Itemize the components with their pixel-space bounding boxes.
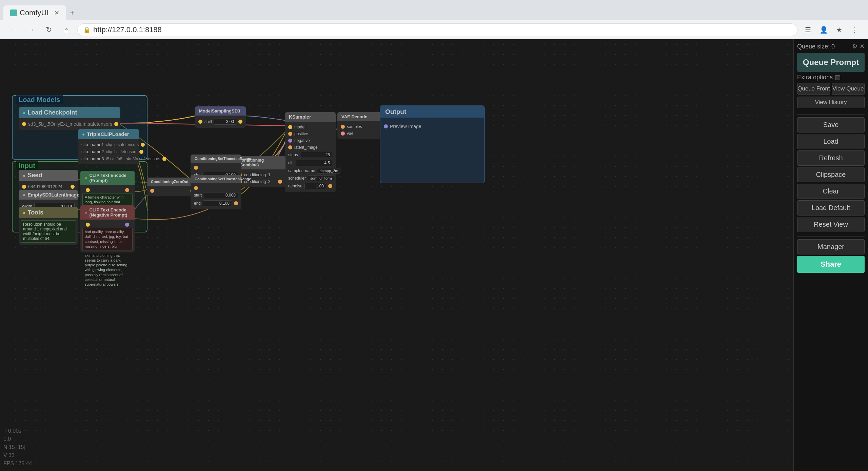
checkpoint-row: sd3_5b_t5OnlyExt_medium.safetensors	[19, 120, 120, 128]
cfg-value: 4.5	[296, 160, 332, 166]
refresh-button[interactable]: ↻	[42, 23, 56, 37]
save-button[interactable]: Save	[797, 117, 865, 132]
tab-close-button[interactable]: ✕	[54, 9, 59, 17]
seed-value-row: 64491082312924	[19, 183, 78, 190]
input-title: Input	[16, 161, 38, 170]
shift-row: shift 3.00	[195, 118, 246, 126]
cond-timestep2-title: ConditioningSetTimestepRange	[195, 177, 251, 181]
settings-icon[interactable]: ⚙	[852, 43, 857, 50]
clip-negative-node[interactable]: ● CLIP Text Encode (Negative Prompt) bad…	[80, 205, 135, 252]
ts2-start-value: 0.000	[204, 192, 238, 198]
stat-t: T 0.00s	[3, 427, 32, 435]
negative-clip-in	[86, 223, 90, 227]
lock-icon: 🔒	[83, 26, 91, 34]
sampler-name-label: sampler_name	[288, 168, 315, 173]
clear-button[interactable]: Clear	[797, 184, 865, 199]
manager-button[interactable]: Manager	[797, 239, 865, 254]
load-checkpoint-title: Load Checkpoint	[27, 109, 77, 116]
queue-front-button[interactable]: Queue Front	[797, 83, 830, 95]
ksampler-title: KSampler	[289, 114, 311, 120]
load-models-title: Load Models	[16, 95, 63, 104]
scheduler-value: sgm_uniform	[308, 176, 334, 181]
extra-options-checkbox[interactable]	[835, 75, 840, 80]
ts2-end-row: end 0.100	[191, 199, 241, 207]
home-button[interactable]: ⌂	[60, 23, 73, 37]
cond-zero-title: ConditioningZeroOut	[151, 180, 189, 184]
ksampler-node[interactable]: KSampler model positive negative latent_…	[285, 112, 336, 192]
triple-clip-node[interactable]: ● TripleCLIPLoader clip_name1 clip_g.saf…	[78, 129, 139, 164]
ts2-start-row: start 0.000	[191, 191, 241, 199]
positive-clip-in	[86, 188, 90, 192]
model-sampling-node[interactable]: ModelSamplingSD3 shift 3.00	[195, 106, 246, 128]
k-positive-row: positive	[285, 130, 336, 137]
cond-timestep2-node[interactable]: ConditioningSetTimestepRange start 0.000…	[191, 175, 241, 209]
cond-zero-node[interactable]: ConditioningZeroOut	[147, 178, 198, 196]
k-pos-label: positive	[294, 131, 308, 136]
cond-timestep1-header: ConditioningSetTimestepRange	[191, 155, 241, 163]
sampler-row: sampler_name dpmpp_2m	[285, 167, 336, 175]
extra-options-label: Extra options	[797, 74, 833, 81]
profile-icon[interactable]: 👤	[817, 23, 830, 36]
clip2-label: clip_name2	[81, 149, 104, 154]
tools-body: Resolution should be around 1 megapixel …	[19, 218, 78, 245]
reset-view-button[interactable]: Reset View	[797, 217, 865, 232]
clip-positive-title: CLIP Text Encode (Prompt)	[89, 173, 131, 183]
panel-divider-1	[797, 114, 865, 115]
load-button[interactable]: Load	[797, 134, 865, 149]
ksampler-body: model positive negative latent_image ste…	[285, 122, 336, 192]
output-node[interactable]: Output Preview Image	[380, 105, 485, 183]
load-default-button[interactable]: Load Default	[797, 200, 865, 216]
extra-options-row: Extra options	[797, 74, 865, 81]
cfg-label: cfg	[288, 161, 294, 165]
cz-port-row	[147, 188, 198, 194]
load-checkpoint-node[interactable]: ● Load Checkpoint sd3_5b_t5OnlyExt_mediu…	[19, 107, 120, 130]
output-body: Preview Image	[380, 118, 484, 185]
tools-header: ● Tools	[19, 207, 78, 218]
extensions-icon[interactable]: ☰	[802, 23, 814, 36]
clipspace-button[interactable]: Clipspace	[797, 167, 865, 182]
tools-text: Resolution should be around 1 megapixel …	[21, 220, 76, 243]
ts2-in	[194, 186, 198, 190]
active-tab[interactable]: ComfyUI ✕	[3, 5, 66, 20]
bookmark-icon[interactable]: ★	[833, 23, 846, 36]
stat-fps: FPS 175.44	[3, 459, 32, 468]
close-icon[interactable]: ✕	[860, 43, 865, 50]
clip-negative-title: CLIP Text Encode (Negative Prompt)	[89, 207, 131, 218]
more-icon[interactable]: ⋮	[848, 23, 861, 36]
model-sampling-title: ModelSamplingSD3	[199, 108, 240, 114]
new-tab-button[interactable]: +	[66, 5, 79, 20]
empty-latent-header: ● EmptySD3LatentImage	[19, 190, 78, 200]
clip1-row: clip_name1 clip_g.safetensors	[78, 141, 139, 148]
clip3-port	[162, 157, 166, 161]
forward-button[interactable]: →	[24, 23, 38, 37]
vae-label: vae	[347, 131, 353, 136]
tools-node[interactable]: ● Tools Resolution should be around 1 me…	[19, 207, 78, 245]
refresh-button-panel[interactable]: Refresh	[797, 150, 865, 166]
tab-favicon	[10, 9, 17, 16]
ksampler-header: KSampler	[285, 112, 336, 122]
negative-prompt-text: bad quality, poor quality, dull, distort…	[82, 228, 133, 250]
steps-row: steps 28	[285, 151, 336, 159]
view-queue-button[interactable]: View Queue	[832, 83, 865, 95]
k-positive-in	[288, 132, 292, 136]
bottom-stats: T 0.00s 1.0 N 15 [15] V 33 FPS 175.44	[3, 427, 32, 468]
back-button[interactable]: ←	[7, 23, 20, 37]
k-model-label: model	[294, 125, 305, 129]
stat-line1: 1.0	[3, 435, 32, 443]
address-bar[interactable]: 🔒 http://127.0.0.1:8188	[77, 23, 797, 36]
ms-model-out	[238, 120, 242, 124]
view-history-button[interactable]: View History	[797, 97, 865, 108]
comfy-canvas[interactable]: Load Models Input ● Load Checkpoint sd3_…	[0, 39, 868, 471]
positive-cond-out	[125, 188, 129, 192]
clip-negative-header: ● CLIP Text Encode (Negative Prompt)	[80, 205, 135, 220]
cond-timestep1-title: ConditioningSetTimestepRange	[195, 157, 251, 161]
seed-out-port	[71, 185, 75, 189]
sampler-value: dpmpp_2m	[317, 168, 340, 173]
denoise-row: denoise 1.00	[285, 182, 336, 190]
queue-prompt-button[interactable]: Queue Prompt	[797, 53, 865, 72]
triple-clip-body: clip_name1 clip_g.safetensors clip_name2…	[78, 139, 139, 164]
model-sampling-body: shift 3.00	[195, 116, 246, 128]
preview-label: Preview Image	[390, 124, 421, 129]
share-button[interactable]: Share	[797, 256, 865, 273]
vae-vae-in	[341, 131, 345, 136]
